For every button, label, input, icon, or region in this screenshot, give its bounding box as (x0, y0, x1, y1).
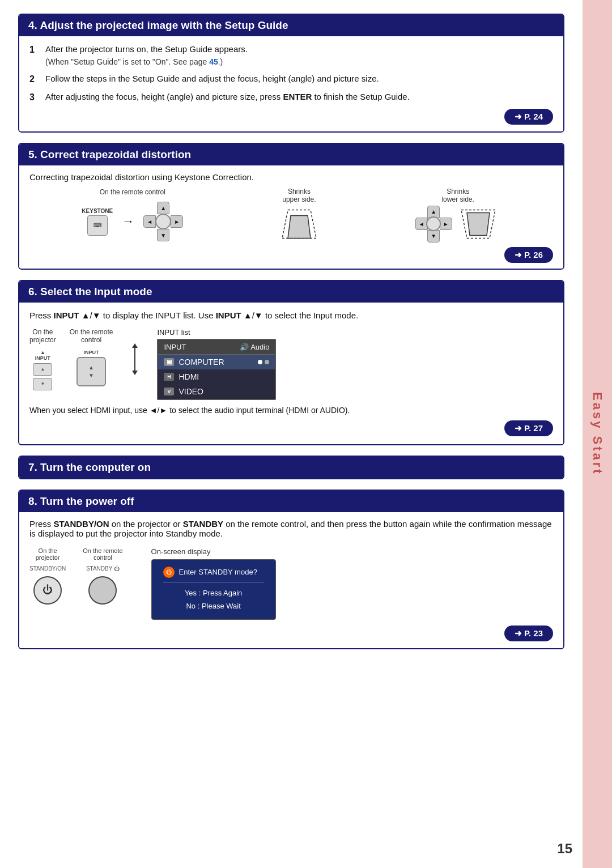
osd-group: On-screen display ⏻ Enter STANDBY mode? … (151, 547, 276, 620)
video-label: VIDEO (178, 387, 203, 396)
section-6-desc: Press INPUT ▲/▼ to display the INPUT lis… (29, 310, 553, 320)
remote-input-button[interactable]: ▲ ▼ (76, 357, 106, 386)
input-header-left: INPUT (164, 343, 186, 351)
svg-marker-6 (132, 371, 138, 375)
section-4-header: 4. Adjust the projected image with the S… (19, 15, 563, 36)
svg-marker-5 (132, 343, 138, 348)
section-6: 6. Select the Input mode Press INPUT ▲/▼… (18, 280, 564, 445)
section-4-item-3: 3 After adjusting the focus, height (ang… (29, 91, 553, 104)
osd-display: ⏻ Enter STANDBY mode? Yes : Press Again … (151, 559, 276, 620)
item-text: After adjusting the focus, height (angle… (45, 91, 410, 104)
video-icon: V (164, 388, 174, 395)
shrinks-lower-diagram (456, 206, 501, 242)
remote-label: On the remote control (100, 188, 165, 196)
vertical-arrow-icon (126, 342, 143, 376)
computer-label: COMPUTER (178, 358, 224, 367)
item-number: 2 (29, 73, 40, 86)
section-8-body: Press STANDBY/ON on the projector or STA… (19, 512, 563, 649)
proj-down-btn[interactable]: ▼ (33, 378, 52, 390)
dpad-right-2[interactable]: ► (440, 218, 452, 230)
section-5-header: 5. Correct trapezoidal distortion (19, 144, 563, 165)
section-7-header: 7. Turn the computer on (19, 457, 563, 478)
osd-line1: Yes : Press Again (163, 586, 264, 599)
item-text: After the projector turns on, the Setup … (45, 43, 248, 56)
dpad-right[interactable]: ► (171, 215, 183, 228)
osd-title-row: ⏻ Enter STANDBY mode? (163, 567, 264, 578)
power-row: On theprojector STANDBY/ON ⏻ On the remo… (29, 547, 553, 620)
page-ref-6: ➜ P. 27 (29, 420, 553, 436)
section-8-title: 8. Turn the power off (28, 495, 134, 507)
input-list-box: INPUT 🔊 Audio ▣ COMPUTER (157, 339, 276, 400)
section-7: 7. Turn the computer on (18, 456, 564, 479)
section-6-body: Press INPUT ▲/▼ to display the INPUT lis… (19, 303, 563, 444)
section-8-header: 8. Turn the power off (19, 491, 563, 512)
section-5-body: Correcting trapezoidal distortion using … (19, 165, 563, 269)
svg-marker-3 (467, 212, 490, 235)
keystone-button[interactable]: ⌨ (87, 215, 108, 236)
section-6-title: 6. Select the Input mode (28, 286, 152, 297)
page-number: 15 (557, 841, 572, 857)
osd-title: Enter STANDBY mode? (179, 568, 257, 576)
input-label-proj: ▲INPUT (35, 350, 50, 361)
input-label-remote: INPUT (76, 350, 106, 355)
proj-standby-button[interactable]: ⏻ (33, 576, 62, 605)
shrinks-lower-label: Shrinkslower side. (441, 188, 474, 203)
item-number: 3 (29, 91, 40, 104)
input-item-computer[interactable]: ▣ COMPUTER (158, 355, 275, 369)
arrow-icon: → (122, 214, 134, 229)
section-4-item-2: 2 Follow the steps in the Setup Guide an… (29, 73, 553, 86)
shrinks-upper-label: Shrinksupper side. (282, 188, 316, 203)
input-list-header: INPUT 🔊 Audio (158, 340, 275, 355)
input-header-right: 🔊 Audio (240, 343, 269, 351)
projector-buttons: ▲INPUT ▲ ▼ (33, 350, 52, 390)
osd-label: On-screen display (151, 547, 211, 556)
input-list-container: INPUT list INPUT 🔊 Audio ▣ COMPUTER (157, 328, 276, 400)
section-4-body: 1 After the projector turns on, the Setu… (19, 36, 563, 131)
remote-power-label: On the remotecontrol (83, 547, 122, 561)
dpad-left[interactable]: ◄ (143, 215, 156, 228)
section-4-item-1: 1 After the projector turns on, the Setu… (29, 43, 553, 68)
input-controls-row: On theprojector ▲INPUT ▲ ▼ On the remote… (29, 328, 553, 400)
computer-dots (258, 360, 269, 364)
easy-start-tab: Easy Start (583, 0, 612, 868)
osd-icon: ⏻ (163, 567, 175, 578)
section-4-title: 4. Adjust the projected image with the S… (28, 19, 288, 31)
section-8-desc: Press STANDBY/ON on the projector or STA… (29, 519, 553, 538)
svg-marker-1 (288, 215, 311, 238)
remote-label-6: On the remotecontrol (70, 328, 113, 344)
item-number: 1 (29, 43, 40, 57)
hdmi-icon: H (164, 373, 174, 381)
section-8: 8. Turn the power off Press STANDBY/ON o… (18, 490, 564, 650)
section-7-title: 7. Turn the computer on (28, 461, 151, 473)
section-6-header: 6. Select the Input mode (19, 281, 563, 303)
dpad-down[interactable]: ▼ (157, 229, 169, 241)
dpad-remote: ▲ ▼ ◄ ► (143, 202, 183, 241)
input-list-label: INPUT list (157, 328, 276, 337)
section-5: 5. Correct trapezoidal distortion Correc… (18, 143, 564, 270)
dpad-down-2[interactable]: ▼ (427, 230, 440, 242)
projector-control: On theprojector ▲INPUT ▲ ▼ (29, 328, 56, 390)
section-4: 4. Adjust the projected image with the S… (18, 14, 564, 133)
dpad-remote-2: ▲ ▼ ◄ ► (415, 206, 452, 242)
section-5-title: 5. Correct trapezoidal distortion (28, 148, 191, 160)
projector-power-group: On theprojector STANDBY/ON ⏻ (29, 547, 66, 605)
projector-label: On theprojector (29, 328, 56, 344)
remote-control-group: On the remote control KEYSTONE ⌨ → ▲ ▼ ◄ (82, 188, 183, 241)
standby-on-label: STANDBY/ON (29, 565, 66, 572)
input-item-hdmi[interactable]: H HDMI (158, 369, 275, 384)
page-link[interactable]: 45 (209, 57, 218, 66)
page-ref-5: ➜ P. 26 (29, 247, 553, 263)
proj-up-btn[interactable]: ▲ (33, 363, 52, 376)
shrinks-upper-group: Shrinksupper side. (277, 188, 322, 242)
arrow-divider (126, 328, 143, 373)
input-item-video[interactable]: V VIDEO (158, 384, 275, 399)
page-ref-8: ➜ P. 23 (29, 626, 553, 641)
keystone-label: KEYSTONE (82, 208, 113, 214)
remote-input-btn: INPUT ▲ ▼ (76, 350, 106, 386)
dpad-up[interactable]: ▲ (157, 202, 169, 214)
item-subtext: (When "Setup Guide" is set to "On". See … (45, 56, 248, 68)
osd-divider (163, 582, 264, 583)
remote-control-6: On the remotecontrol INPUT ▲ ▼ (70, 328, 113, 386)
remote-power-group: On the remotecontrol STANDBY ⏻ (83, 547, 122, 605)
remote-standby-button[interactable] (88, 576, 117, 605)
